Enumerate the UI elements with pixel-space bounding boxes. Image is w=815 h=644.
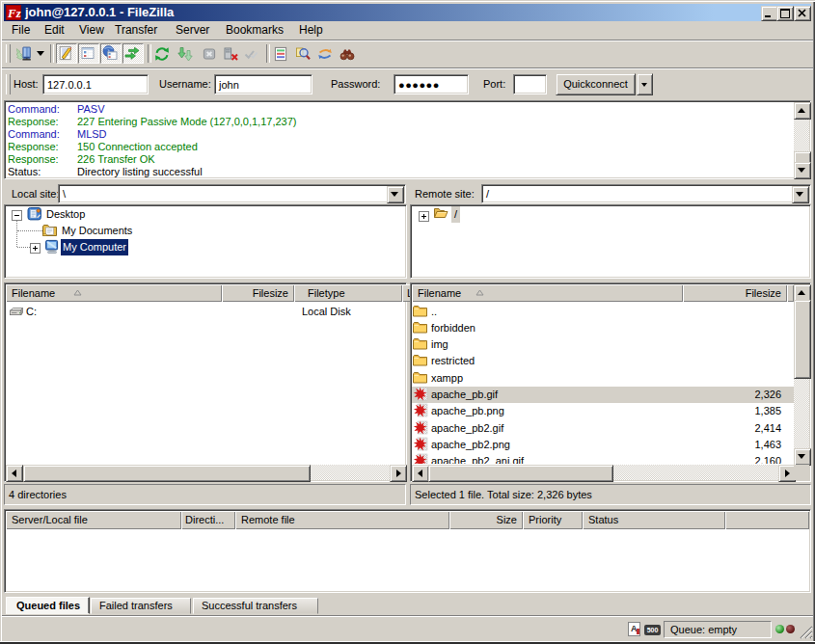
svg-text:Fz: Fz <box>7 6 21 20</box>
